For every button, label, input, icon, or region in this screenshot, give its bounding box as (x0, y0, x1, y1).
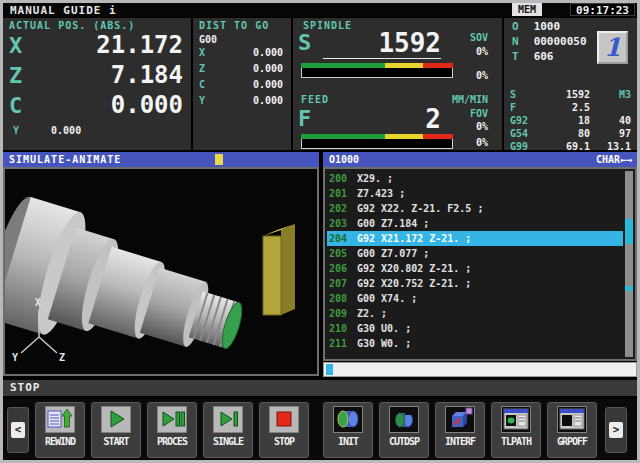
key-input-line[interactable] (323, 362, 637, 377)
tool-number: 606 (534, 50, 554, 63)
modal-extra (590, 101, 631, 114)
actual-position-panel: ACTUAL POS. (ABS.) X 21.172 Z 7.184 C 0.… (3, 18, 191, 150)
spindle-speed-value: 1592 (323, 28, 441, 59)
spindle-load-value: 0% (430, 70, 488, 81)
sim-cursor-block (215, 154, 223, 165)
dist-to-go-panel: DIST TO GO G00 X 0.000 Z 0.000 C 0.000 Y… (193, 18, 291, 150)
workpiece (5, 192, 257, 374)
sov-label: SOV (430, 32, 488, 43)
program-line[interactable]: 201Z7.423 ; (327, 186, 623, 201)
feed-rate-value: 2 (323, 104, 441, 134)
modal-value: 2.5 (542, 101, 590, 114)
program-title-bar: O1000 CHAR←→ (323, 152, 637, 167)
program-line[interactable]: 205G00 Z7.077 ; (327, 246, 623, 261)
input-cursor (326, 364, 333, 375)
feed-load-value: 0% (430, 137, 488, 148)
axis-value: 0.000 (253, 77, 283, 93)
softkey-tlpath-button[interactable]: TLPATH (491, 402, 541, 458)
softkey-label: INIT (338, 436, 358, 447)
program-title: O1000 (329, 154, 359, 165)
cylinder-3d-icon (333, 406, 363, 433)
program-line[interactable]: 202G92 X22. Z-21. F2.5 ; (327, 201, 623, 216)
program-line[interactable]: 200X29. ; (327, 171, 623, 186)
program-line[interactable]: 208G00 X74. ; (327, 291, 623, 306)
simulate-title-bar: SIMULATE-ANIMATE (3, 152, 319, 167)
program-line[interactable]: 203G00 Z7.184 ; (327, 216, 623, 231)
mode-badge: MEM (512, 3, 542, 16)
axis-value: 0.000 (253, 93, 283, 109)
play-pause-icon (157, 406, 187, 433)
sequence-label: N (512, 35, 527, 48)
simulation-viewport[interactable]: X Y Z (3, 167, 319, 376)
softkey-label: STOP (274, 436, 294, 447)
scrollbar-position-marker (625, 286, 633, 291)
tool-block (263, 224, 295, 315)
axis-row-z: Z 7.184 (3, 61, 191, 91)
step-forward-icon (213, 406, 243, 433)
axis-value: 0.000 (39, 91, 183, 119)
axis-label: Z (9, 63, 39, 88)
machine-status-text: STOP (10, 381, 41, 394)
axis-x-label: X (35, 297, 41, 308)
stop-square-icon (269, 406, 299, 433)
sov-value: 0% (430, 46, 488, 57)
page-number-badge: 1 (597, 31, 628, 64)
softkey-label: CUTDSP (389, 436, 419, 447)
softkey-stop-button[interactable]: STOP (259, 402, 309, 458)
softkey-start-button[interactable]: START (91, 402, 141, 458)
softkey-label: INTERF (445, 436, 475, 447)
spindle-feed-panel: SPINDLE S 1592 SOV 0% 0% FEED MM/MIN F 2… (293, 18, 502, 150)
modal-label: F (510, 101, 542, 114)
modal-row-f: F 2.5 (504, 101, 637, 114)
softkey-interf-button[interactable]: INTERF (435, 402, 485, 458)
program-scrollbar[interactable] (625, 171, 633, 357)
modal-extra: M3 (590, 88, 631, 101)
start-icon (101, 406, 131, 433)
title-bar: MANUAL GUIDE i MEM 09:17:23 (3, 3, 637, 17)
program-line[interactable]: 209Z2. ; (327, 306, 623, 321)
softkey-page-right-button[interactable]: > (605, 407, 627, 453)
axis-value: 0.000 (253, 45, 283, 61)
axis-value: 21.172 (39, 31, 183, 59)
toolpath-window-icon (501, 406, 531, 433)
axis-value: 7.184 (39, 61, 183, 89)
spindle-label: S (298, 30, 311, 55)
axis-row-y: Y 0.000 (3, 121, 191, 136)
axis-row-c: C 0.000 (3, 91, 191, 121)
axis-y-label: Y (12, 352, 18, 363)
dist-row-z: Z 0.000 (193, 61, 291, 77)
modal-value: 1592 (542, 88, 590, 101)
softkey-cutdsp-button[interactable]: CUTDSP (379, 402, 429, 458)
program-line[interactable]: 207G92 X20.752 Z-21. ; (327, 276, 623, 291)
axis-label: X (9, 33, 39, 58)
softkey-grpoff-button[interactable]: GRPOFF (547, 402, 597, 458)
tool-label: T (512, 50, 527, 63)
softkey-page-left-button[interactable]: < (7, 407, 29, 453)
program-listing: 200X29. ; 201Z7.423 ; 202G92 X22. Z-21. … (323, 167, 637, 361)
dist-row-y: Y 0.000 (193, 93, 291, 109)
chevron-left-icon: < (11, 422, 25, 438)
interference-cube-icon (445, 406, 475, 433)
softkey-single-button[interactable]: SINGLE (203, 402, 253, 458)
machine-status-bar: STOP (3, 380, 637, 396)
workpiece-3d-render: X Y Z (5, 169, 317, 374)
clock: 09:17:23 (570, 3, 635, 16)
softkey-label: PROCES (157, 436, 187, 447)
char-nav-indicator[interactable]: CHAR←→ (596, 152, 632, 167)
softkey-label: REWIND (45, 436, 75, 447)
program-line[interactable]: 211G30 W0. ; (327, 336, 623, 351)
softkey-rewind-button[interactable]: REWIND (35, 402, 85, 458)
rewind-icon (45, 406, 75, 433)
app-title: MANUAL GUIDE i (10, 4, 117, 17)
program-line-active[interactable]: 204G92 X21.172 Z-21. ; (327, 231, 623, 246)
modal-label: S (510, 88, 542, 101)
dist-row-x: X 0.000 (193, 45, 291, 61)
modal-label: G92 (510, 114, 542, 127)
scrollbar-thumb[interactable] (625, 219, 633, 243)
cnc-screen: MANUAL GUIDE i MEM 09:17:23 ACTUAL POS. … (0, 0, 640, 463)
program-line[interactable]: 206G92 X20.802 Z-21. ; (327, 261, 623, 276)
softkey-label: TLPATH (501, 436, 531, 447)
softkey-proces-button[interactable]: PROCES (147, 402, 197, 458)
softkey-init-button[interactable]: INIT (323, 402, 373, 458)
program-line[interactable]: 210G30 U0. ; (327, 321, 623, 336)
